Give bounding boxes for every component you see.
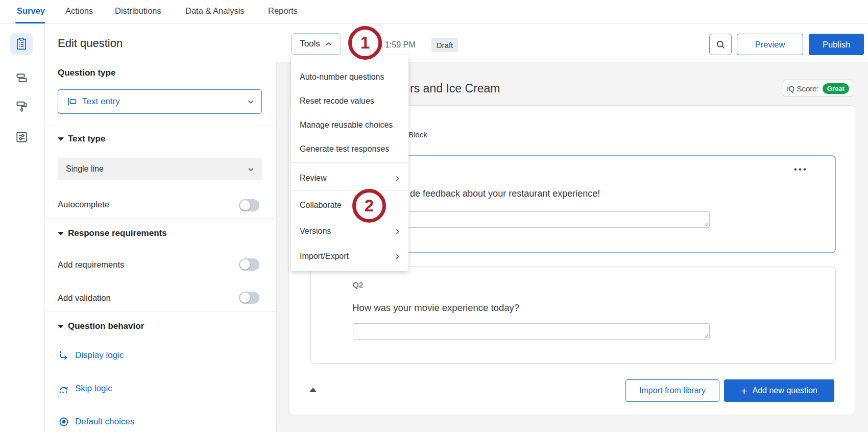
menu-item-manage-reusable-choices[interactable]: Manage reusable choices: [291, 113, 408, 137]
autocomplete-toggle[interactable]: [239, 199, 259, 211]
q2-id-label: Q2: [353, 280, 363, 289]
menu-item-label: Manage reusable choices: [300, 121, 393, 130]
menu-item-generate-test-responses[interactable]: Generate test responses: [291, 137, 408, 161]
skip-logic-label: Skip logic: [75, 383, 112, 394]
submenu-arrow-icon: ›: [396, 173, 399, 184]
plus-icon: +: [741, 386, 747, 396]
top-nav: Survey Actions Distributions Data & Anal…: [0, 0, 868, 23]
chevron-down-icon: [247, 98, 255, 106]
question-type-select[interactable]: Text entry: [58, 89, 262, 114]
last-saved-timestamp: t 1:59 PM: [380, 40, 415, 50]
app-window: Survey Actions Distributions Data & Anal…: [0, 0, 868, 432]
skip-logic-icon: [58, 382, 70, 395]
paint-roller-icon: [15, 100, 29, 113]
question-options-icon[interactable]: •••: [794, 164, 808, 175]
publish-button[interactable]: Publish: [809, 34, 864, 55]
autocomplete-label: Autocomplete: [58, 200, 109, 209]
add-validation-toggle[interactable]: [239, 292, 259, 304]
nav-tab-data-analysis[interactable]: Data & Analysis: [185, 6, 245, 16]
annotation-circle-1: 1: [348, 26, 382, 60]
section-collapse-icon[interactable]: [58, 325, 64, 328]
iq-score-value: Great: [823, 83, 849, 94]
sliders-icon: [15, 130, 29, 144]
tools-button[interactable]: Tools: [291, 33, 341, 55]
rail-item-look-feel[interactable]: [10, 95, 33, 117]
rail-item-survey-options[interactable]: [10, 126, 33, 148]
preview-button[interactable]: Preview: [737, 34, 803, 55]
add-new-question-label: Add new question: [753, 386, 817, 395]
text-entry-icon: [65, 95, 78, 108]
add-validation-label: Add validation: [58, 293, 111, 303]
edit-question-panel: Edit question Question type Text entry T…: [45, 23, 276, 432]
radio-selected-icon: [58, 416, 70, 428]
nav-tab-distributions[interactable]: Distributions: [115, 6, 161, 16]
nav-tab-reports[interactable]: Reports: [268, 6, 298, 16]
q2-question-text[interactable]: How was your movie experience today?: [352, 302, 519, 314]
question-type-label: Question type: [58, 68, 115, 78]
submenu-arrow-icon: ›: [396, 251, 399, 262]
collapse-block-icon[interactable]: [309, 388, 317, 392]
question-behavior-header[interactable]: Question behavior: [68, 321, 144, 331]
menu-item-reset-recode-values[interactable]: Reset recode values: [291, 89, 408, 113]
submenu-arrow-icon: ›: [396, 226, 399, 237]
default-choices-label: Default choices: [75, 417, 134, 427]
section-collapse-icon[interactable]: [58, 137, 64, 141]
blocks-icon: [15, 71, 29, 85]
q1-question-text[interactable]: de feedback about your restaurant experi…: [410, 188, 600, 199]
tools-button-label: Tools: [300, 39, 320, 49]
menu-item-label: Collaborate: [300, 201, 342, 210]
section-collapse-icon[interactable]: [58, 232, 64, 235]
active-tab-underline: [15, 22, 45, 23]
text-type-select[interactable]: Single line: [58, 158, 262, 180]
menu-item-label: Auto-number questions: [300, 73, 384, 82]
add-requirements-label: Add requirements: [58, 260, 124, 270]
panel-title: Edit question: [58, 37, 123, 50]
nav-tab-actions[interactable]: Actions: [65, 6, 93, 16]
menu-item-label: Import/Export: [300, 252, 349, 261]
skip-logic-link[interactable]: Skip logic: [58, 382, 112, 395]
survey-title: rs and Ice Cream: [410, 82, 500, 95]
add-requirements-toggle[interactable]: [239, 258, 259, 271]
q2-text-input[interactable]: [353, 323, 710, 340]
menu-item-label: Generate test responses: [300, 145, 389, 154]
question-type-value: Text entry: [82, 97, 120, 107]
chevron-down-icon: [247, 165, 255, 173]
menu-item-collaborate[interactable]: Collaborate: [291, 193, 408, 217]
display-logic-link[interactable]: Display logic: [58, 349, 124, 362]
display-logic-icon: [58, 349, 70, 362]
text-type-header[interactable]: Text type: [68, 134, 105, 144]
search-icon: [715, 39, 726, 50]
menu-item-import-export[interactable]: Import/Export ›: [291, 244, 408, 268]
rail-item-builder[interactable]: [10, 33, 33, 55]
display-logic-label: Display logic: [75, 350, 124, 361]
default-choices-link[interactable]: Default choices: [58, 416, 134, 428]
menu-item-review[interactable]: Review ›: [291, 166, 408, 190]
iq-score-badge: iQ Score: Great: [783, 80, 853, 97]
menu-item-label: Review: [300, 174, 326, 183]
nav-tab-survey[interactable]: Survey: [17, 6, 45, 16]
search-button[interactable]: [709, 34, 732, 55]
chevron-up-icon: [325, 40, 332, 48]
menu-item-label: Reset recode values: [300, 97, 374, 106]
import-from-library-button[interactable]: Import from library: [625, 379, 719, 402]
response-requirements-header[interactable]: Response requirements: [68, 228, 167, 238]
rail-item-blocks[interactable]: [10, 66, 33, 89]
menu-item-versions[interactable]: Versions ›: [291, 219, 408, 243]
iq-score-label: iQ Score:: [787, 84, 819, 93]
draft-status-badge: Draft: [431, 38, 458, 52]
text-type-value: Single line: [66, 164, 104, 174]
question-card-q2[interactable]: [310, 267, 836, 364]
menu-item-auto-number-questions[interactable]: Auto-number questions: [291, 65, 408, 89]
menu-item-label: Versions: [300, 227, 331, 236]
left-icon-rail: [0, 23, 45, 432]
annotation-circle-2: 2: [352, 189, 386, 223]
block-header-label: Block: [408, 130, 427, 139]
tools-dropdown-menu: Auto-number questions Reset recode value…: [291, 55, 408, 271]
add-new-question-button[interactable]: + Add new question: [724, 379, 834, 402]
clipboard-icon: [15, 37, 28, 51]
